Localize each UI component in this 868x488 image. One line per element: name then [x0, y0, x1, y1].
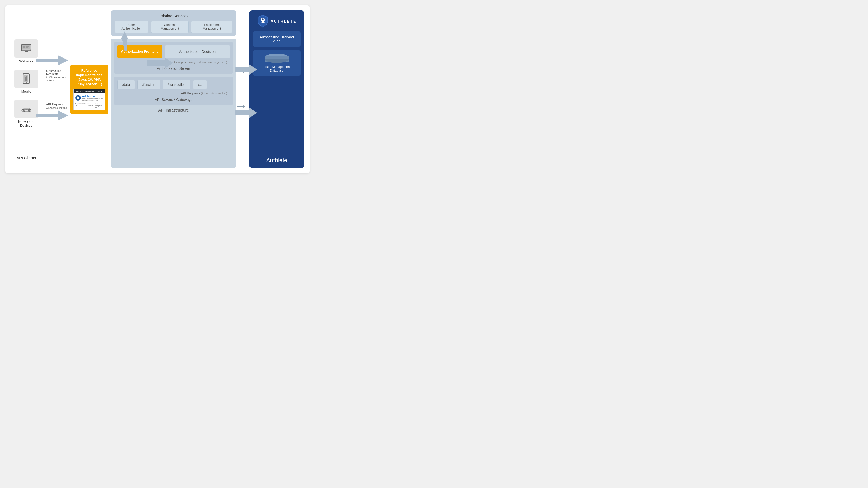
auth-decision-box: Authorization Decision	[165, 45, 230, 58]
websites-icon-box	[14, 39, 38, 58]
ref-impl-section: Reference Implementations (Java, C#, PHP…	[69, 10, 109, 168]
svg-rect-12	[23, 46, 25, 48]
client-item-websites: Websites	[14, 39, 38, 63]
auth-server-box: Authorization Frontend Authorization Dec…	[114, 42, 233, 74]
svg-rect-13	[26, 46, 29, 47]
endpoint-data: /data	[117, 80, 135, 89]
api-infrastructure-box: Authorization Frontend Authorization Dec…	[111, 38, 236, 168]
center-section: OAuth/OIDC Requests to Obtain Access Tok…	[44, 10, 247, 168]
svg-rect-26	[27, 108, 29, 110]
client-item-networked-devices: NetworkedDevices	[14, 100, 38, 127]
svg-rect-8	[25, 51, 28, 52]
endpoint-transaction: /transaction	[163, 80, 190, 89]
monitor-icon	[21, 43, 31, 54]
svg-rect-21	[28, 75, 28, 81]
arrow-head-bottom	[243, 105, 245, 108]
svg-point-23	[23, 110, 24, 112]
api-requests-right-text: API Requests (protocol processing and to…	[149, 60, 227, 64]
auth-frontend-label: Authorization Frontend	[121, 50, 159, 54]
svg-rect-18	[24, 79, 24, 81]
service-entitlement-mgmt: Entitlement Management	[191, 21, 232, 33]
api-gateways-box: /data /function /transaction /... API Re…	[114, 77, 233, 105]
svg-rect-20	[26, 77, 27, 81]
github-content: Authlete, Inc. https://www.authlete.com/…	[74, 93, 105, 110]
api-requests-label-text: API Requests	[46, 103, 68, 106]
existing-services-box: Existing Services User Authentication Co…	[111, 10, 236, 36]
endpoint-more: /...	[193, 80, 207, 89]
api-gateways-label: API Severs / Gateways	[155, 98, 192, 102]
gh-people: 21 People	[87, 103, 93, 109]
api-requests-right-label: API Requests (protocol processing and to…	[117, 60, 230, 64]
api-clients-section: Websites	[10, 10, 42, 168]
api-infra-label-row: API Infrastructure	[114, 108, 233, 113]
arrow-labels-column: OAuth/OIDC Requests to Obtain Access Tok…	[44, 10, 69, 168]
github-stats-row: Repositories 16 21 People 17 Projects 0	[75, 102, 103, 109]
right-arrows-column	[236, 10, 247, 168]
gh-repositories: Repositories 16	[75, 103, 86, 109]
networked-devices-label: NetworkedDevices	[18, 120, 34, 127]
svg-rect-27	[22, 110, 23, 111]
arrow-line-bottom	[238, 106, 243, 107]
service-user-auth: User Authentication	[115, 21, 149, 33]
authlete-box: AUTHLETE Authorization Backend APIs Toke…	[249, 10, 304, 168]
authlete-section: AUTHLETE Authorization Backend APIs Toke…	[249, 10, 304, 168]
authlete-bottom-label-container: Authlete	[266, 157, 287, 164]
github-bar: Features Business Explore Marketplace Pr…	[74, 89, 105, 93]
authlete-inc-email: info@authlete.com	[82, 99, 103, 101]
auth-decision-label: Authorization Decision	[179, 50, 216, 54]
authlete-brand-label: AUTHLETE	[271, 19, 297, 23]
service-consent-mgmt: Consent Management	[151, 21, 189, 33]
ref-impl-label: Reference Implementations (Java, C#, PHP…	[73, 68, 105, 87]
ref-impl-box: Reference Implementations (Java, C#, PHP…	[70, 65, 108, 114]
right-arrow-bottom	[238, 105, 245, 108]
gh-projects: 17 Projects 0	[95, 103, 103, 109]
mobile-icon	[21, 73, 31, 84]
authlete-logo-circle	[75, 95, 81, 101]
arrow-line-top	[238, 72, 243, 72]
auth-server-inner: Authorization Frontend Authorization Dec…	[117, 45, 230, 58]
auth-server-label-row: Authorization Server	[117, 66, 230, 71]
gh-menu-features: Features	[75, 90, 84, 92]
mobile-icon-box	[14, 69, 38, 88]
backend-apis-label: Authorization Backend APIs	[260, 35, 294, 43]
token-db-label: Token Management Database	[256, 65, 298, 72]
api-clients-label: API Clients	[17, 156, 36, 160]
authlete-logo-area: AUTHLETE	[257, 15, 297, 28]
token-db-box: Token Management Database	[253, 50, 301, 75]
ref-impl-screenshot: Features Business Explore Marketplace Pr…	[73, 89, 105, 110]
car-icon	[21, 104, 31, 114]
authlete-mini-shield-icon	[76, 96, 80, 100]
websites-label: Websites	[19, 59, 33, 63]
gh-menu-business: Business	[85, 90, 94, 92]
gh-menu-explore: Explore	[96, 90, 103, 92]
gateways-inner: /data /function /transaction /...	[117, 80, 230, 89]
client-items-group: Websites	[14, 13, 38, 153]
authlete-shield-icon	[257, 15, 269, 28]
oauth-label-text: OAuth/OIDC Requests	[46, 69, 68, 75]
arrow-head-top	[243, 70, 245, 73]
authlete-inc-url: https://www.authlete.com/	[82, 97, 103, 99]
main-diagram: Websites	[5, 5, 310, 173]
token-introspection-label: API Requests (token introspection)	[117, 92, 230, 95]
svg-rect-19	[25, 78, 26, 81]
authlete-inc-info: Authlete, Inc. https://www.authlete.com/…	[82, 95, 103, 101]
svg-rect-9	[24, 52, 29, 52]
svg-rect-25	[24, 108, 26, 110]
authlete-brand-col: AUTHLETE	[271, 19, 297, 23]
api-requests-arrow-label: API Requests w/ Access Tokens	[46, 103, 68, 110]
cylinder-container	[265, 54, 288, 63]
services-row: User Authentication Consent Management E…	[115, 21, 232, 33]
client-item-mobile: Mobile	[14, 69, 38, 93]
api-gateways-label-row: API Severs / Gateways	[117, 97, 230, 102]
svg-rect-28	[30, 110, 31, 111]
auth-frontend-box: Authorization Frontend	[117, 45, 162, 58]
svg-point-24	[28, 110, 29, 112]
svg-point-29	[262, 18, 264, 20]
auth-server-label: Authorization Server	[157, 66, 190, 70]
authlete-inc-row: Authlete, Inc. https://www.authlete.com/…	[75, 95, 103, 101]
full-layout: Websites	[10, 10, 304, 168]
backend-apis-box: Authorization Backend APIs	[253, 31, 301, 47]
api-infra-label: API Infrastructure	[158, 108, 189, 112]
api-requests-sublabel-text: w/ Access Tokens	[46, 106, 68, 110]
existing-services-title: Existing Services	[158, 13, 188, 18]
